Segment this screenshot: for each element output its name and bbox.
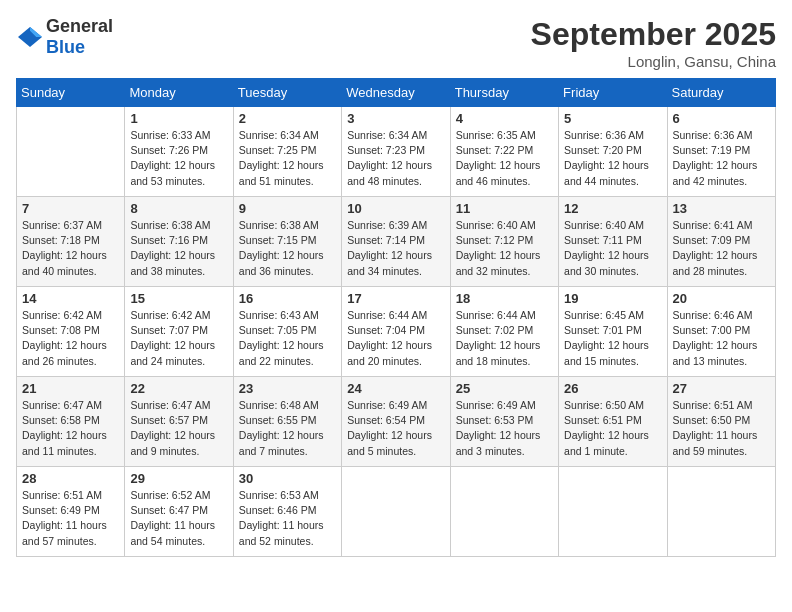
day-info: Sunrise: 6:50 AMSunset: 6:51 PMDaylight:… — [564, 398, 661, 459]
day-number: 23 — [239, 381, 336, 396]
calendar-table: SundayMondayTuesdayWednesdayThursdayFrid… — [16, 78, 776, 557]
calendar-cell: 13Sunrise: 6:41 AMSunset: 7:09 PMDayligh… — [667, 197, 775, 287]
calendar-cell — [450, 467, 558, 557]
day-number: 25 — [456, 381, 553, 396]
day-number: 20 — [673, 291, 770, 306]
day-number: 29 — [130, 471, 227, 486]
calendar-cell: 16Sunrise: 6:43 AMSunset: 7:05 PMDayligh… — [233, 287, 341, 377]
day-number: 22 — [130, 381, 227, 396]
day-info: Sunrise: 6:44 AMSunset: 7:04 PMDaylight:… — [347, 308, 444, 369]
logo-blue: Blue — [46, 37, 85, 57]
calendar-cell: 23Sunrise: 6:48 AMSunset: 6:55 PMDayligh… — [233, 377, 341, 467]
day-number: 1 — [130, 111, 227, 126]
day-number: 19 — [564, 291, 661, 306]
week-row-2: 7Sunrise: 6:37 AMSunset: 7:18 PMDaylight… — [17, 197, 776, 287]
day-info: Sunrise: 6:40 AMSunset: 7:12 PMDaylight:… — [456, 218, 553, 279]
calendar-cell: 27Sunrise: 6:51 AMSunset: 6:50 PMDayligh… — [667, 377, 775, 467]
day-number: 9 — [239, 201, 336, 216]
calendar-cell: 30Sunrise: 6:53 AMSunset: 6:46 PMDayligh… — [233, 467, 341, 557]
day-number: 18 — [456, 291, 553, 306]
day-info: Sunrise: 6:43 AMSunset: 7:05 PMDaylight:… — [239, 308, 336, 369]
calendar-cell: 18Sunrise: 6:44 AMSunset: 7:02 PMDayligh… — [450, 287, 558, 377]
day-info: Sunrise: 6:37 AMSunset: 7:18 PMDaylight:… — [22, 218, 119, 279]
logo: General Blue — [16, 16, 113, 58]
day-info: Sunrise: 6:40 AMSunset: 7:11 PMDaylight:… — [564, 218, 661, 279]
day-info: Sunrise: 6:52 AMSunset: 6:47 PMDaylight:… — [130, 488, 227, 549]
title-block: September 2025 Longlin, Gansu, China — [531, 16, 776, 70]
day-info: Sunrise: 6:47 AMSunset: 6:58 PMDaylight:… — [22, 398, 119, 459]
day-info: Sunrise: 6:36 AMSunset: 7:19 PMDaylight:… — [673, 128, 770, 189]
calendar-cell: 19Sunrise: 6:45 AMSunset: 7:01 PMDayligh… — [559, 287, 667, 377]
day-number: 6 — [673, 111, 770, 126]
calendar-cell: 11Sunrise: 6:40 AMSunset: 7:12 PMDayligh… — [450, 197, 558, 287]
calendar-cell: 2Sunrise: 6:34 AMSunset: 7:25 PMDaylight… — [233, 107, 341, 197]
day-number: 10 — [347, 201, 444, 216]
day-number: 14 — [22, 291, 119, 306]
calendar-cell — [17, 107, 125, 197]
day-info: Sunrise: 6:41 AMSunset: 7:09 PMDaylight:… — [673, 218, 770, 279]
calendar-header: SundayMondayTuesdayWednesdayThursdayFrid… — [17, 79, 776, 107]
day-header-wednesday: Wednesday — [342, 79, 450, 107]
day-number: 27 — [673, 381, 770, 396]
day-number: 21 — [22, 381, 119, 396]
day-number: 30 — [239, 471, 336, 486]
day-number: 12 — [564, 201, 661, 216]
day-number: 8 — [130, 201, 227, 216]
calendar-cell: 5Sunrise: 6:36 AMSunset: 7:20 PMDaylight… — [559, 107, 667, 197]
day-info: Sunrise: 6:47 AMSunset: 6:57 PMDaylight:… — [130, 398, 227, 459]
calendar-cell: 1Sunrise: 6:33 AMSunset: 7:26 PMDaylight… — [125, 107, 233, 197]
week-row-3: 14Sunrise: 6:42 AMSunset: 7:08 PMDayligh… — [17, 287, 776, 377]
day-info: Sunrise: 6:53 AMSunset: 6:46 PMDaylight:… — [239, 488, 336, 549]
calendar-cell: 8Sunrise: 6:38 AMSunset: 7:16 PMDaylight… — [125, 197, 233, 287]
day-header-row: SundayMondayTuesdayWednesdayThursdayFrid… — [17, 79, 776, 107]
month-title: September 2025 — [531, 16, 776, 53]
day-number: 16 — [239, 291, 336, 306]
day-info: Sunrise: 6:35 AMSunset: 7:22 PMDaylight:… — [456, 128, 553, 189]
day-number: 4 — [456, 111, 553, 126]
calendar-cell: 12Sunrise: 6:40 AMSunset: 7:11 PMDayligh… — [559, 197, 667, 287]
subtitle: Longlin, Gansu, China — [531, 53, 776, 70]
day-number: 3 — [347, 111, 444, 126]
calendar-cell — [342, 467, 450, 557]
day-info: Sunrise: 6:34 AMSunset: 7:25 PMDaylight:… — [239, 128, 336, 189]
calendar-cell: 14Sunrise: 6:42 AMSunset: 7:08 PMDayligh… — [17, 287, 125, 377]
day-info: Sunrise: 6:38 AMSunset: 7:16 PMDaylight:… — [130, 218, 227, 279]
day-header-sunday: Sunday — [17, 79, 125, 107]
day-number: 13 — [673, 201, 770, 216]
week-row-1: 1Sunrise: 6:33 AMSunset: 7:26 PMDaylight… — [17, 107, 776, 197]
calendar-cell: 15Sunrise: 6:42 AMSunset: 7:07 PMDayligh… — [125, 287, 233, 377]
logo-general: General — [46, 16, 113, 36]
day-info: Sunrise: 6:42 AMSunset: 7:07 PMDaylight:… — [130, 308, 227, 369]
day-header-friday: Friday — [559, 79, 667, 107]
calendar-cell: 3Sunrise: 6:34 AMSunset: 7:23 PMDaylight… — [342, 107, 450, 197]
calendar-cell: 24Sunrise: 6:49 AMSunset: 6:54 PMDayligh… — [342, 377, 450, 467]
day-header-saturday: Saturday — [667, 79, 775, 107]
day-number: 15 — [130, 291, 227, 306]
day-number: 24 — [347, 381, 444, 396]
day-info: Sunrise: 6:36 AMSunset: 7:20 PMDaylight:… — [564, 128, 661, 189]
day-number: 17 — [347, 291, 444, 306]
page-header: General Blue September 2025 Longlin, Gan… — [16, 16, 776, 70]
day-info: Sunrise: 6:49 AMSunset: 6:53 PMDaylight:… — [456, 398, 553, 459]
day-info: Sunrise: 6:46 AMSunset: 7:00 PMDaylight:… — [673, 308, 770, 369]
day-info: Sunrise: 6:44 AMSunset: 7:02 PMDaylight:… — [456, 308, 553, 369]
calendar-cell — [559, 467, 667, 557]
day-number: 26 — [564, 381, 661, 396]
calendar-cell: 6Sunrise: 6:36 AMSunset: 7:19 PMDaylight… — [667, 107, 775, 197]
day-header-monday: Monday — [125, 79, 233, 107]
day-number: 2 — [239, 111, 336, 126]
calendar-body: 1Sunrise: 6:33 AMSunset: 7:26 PMDaylight… — [17, 107, 776, 557]
calendar-cell: 29Sunrise: 6:52 AMSunset: 6:47 PMDayligh… — [125, 467, 233, 557]
day-info: Sunrise: 6:48 AMSunset: 6:55 PMDaylight:… — [239, 398, 336, 459]
calendar-cell: 17Sunrise: 6:44 AMSunset: 7:04 PMDayligh… — [342, 287, 450, 377]
calendar-cell: 26Sunrise: 6:50 AMSunset: 6:51 PMDayligh… — [559, 377, 667, 467]
calendar-cell: 9Sunrise: 6:38 AMSunset: 7:15 PMDaylight… — [233, 197, 341, 287]
day-info: Sunrise: 6:39 AMSunset: 7:14 PMDaylight:… — [347, 218, 444, 279]
day-info: Sunrise: 6:34 AMSunset: 7:23 PMDaylight:… — [347, 128, 444, 189]
day-info: Sunrise: 6:42 AMSunset: 7:08 PMDaylight:… — [22, 308, 119, 369]
calendar-cell: 4Sunrise: 6:35 AMSunset: 7:22 PMDaylight… — [450, 107, 558, 197]
calendar-cell: 25Sunrise: 6:49 AMSunset: 6:53 PMDayligh… — [450, 377, 558, 467]
day-info: Sunrise: 6:33 AMSunset: 7:26 PMDaylight:… — [130, 128, 227, 189]
day-header-thursday: Thursday — [450, 79, 558, 107]
day-info: Sunrise: 6:49 AMSunset: 6:54 PMDaylight:… — [347, 398, 444, 459]
